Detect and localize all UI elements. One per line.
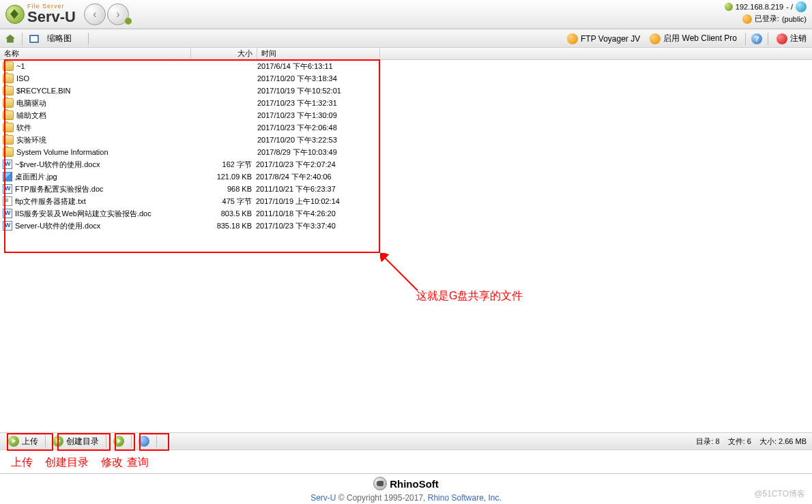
login-label: 已登录: — [755, 14, 779, 24]
bottom-annotation-labels: 上传 创建目录 修改 查询 — [11, 456, 149, 470]
label-modify: 修改 — [101, 456, 123, 470]
ftp-voyager-label: FTP Voyager JV — [581, 34, 640, 44]
home-icon — [5, 35, 15, 43]
svg-line-1 — [383, 256, 418, 291]
annotation-box-create — [57, 433, 111, 451]
home-button[interactable] — [3, 32, 18, 46]
web-client-button[interactable]: 启用 Web Client Pro — [647, 31, 740, 46]
globe-icon[interactable] — [796, 1, 807, 12]
rhino-link[interactable]: Rhino Software, Inc. — [428, 493, 502, 503]
voyager-icon — [567, 33, 578, 44]
logout-button[interactable]: 注销 — [774, 31, 809, 46]
web-client-icon — [650, 33, 661, 44]
annotation-box-search — [139, 433, 169, 451]
thumbnail-icon — [29, 35, 39, 43]
thumbnail-label: 缩略图 — [47, 33, 72, 44]
status-dirs-label: 目录: — [696, 437, 713, 445]
status-files-value: 6 — [747, 437, 751, 445]
toolbar: 缩略图 FTP Voyager JV 启用 Web Client Pro ? 注… — [0, 30, 812, 48]
status-dirs-value: 8 — [716, 437, 720, 445]
status-size-label: 大小: — [759, 437, 777, 445]
copyright-text: © Copyright 1995-2017, — [336, 493, 428, 503]
ftp-voyager-button[interactable]: FTP Voyager JV — [564, 32, 643, 46]
watermark: @51CTO博客 — [754, 488, 805, 500]
annotation-box-upload — [7, 433, 53, 451]
col-time-header[interactable]: 时间 — [257, 48, 380, 59]
user-icon — [742, 14, 752, 24]
rhino-brand-text: RhinoSoft — [390, 478, 439, 490]
nav-forward-button[interactable]: › — [107, 3, 129, 25]
footer: RhinoSoft Serv-U © Copyright 1995-2017, … — [0, 474, 812, 504]
label-upload: 上传 — [11, 456, 33, 470]
col-size-header[interactable]: 大小 — [191, 48, 257, 59]
server-ip-suffix: - / — [786, 3, 793, 11]
logout-label: 注销 — [790, 33, 807, 44]
status-bar: 目录: 8 文件: 6 大小: 2.66 MB — [696, 436, 807, 447]
connection-status-icon — [725, 3, 733, 11]
annotation-text: 这就是G盘共享的文件 — [416, 289, 523, 303]
column-headers: 名称 大小 时间 — [0, 48, 812, 60]
label-create: 创建目录 — [45, 456, 89, 470]
label-query: 查询 — [127, 456, 149, 470]
logo-area: File Server Serv-U — [5, 3, 76, 25]
status-size-value: 2.66 MB — [779, 437, 807, 445]
rhino-icon — [373, 477, 387, 490]
login-user: (public) — [782, 15, 807, 23]
nav-back-button[interactable]: ‹ — [84, 3, 106, 25]
logo-big-text: Serv-U — [27, 10, 76, 25]
server-ip: 192.168.8.219 — [736, 3, 783, 11]
web-client-label: 启用 Web Client Pro — [663, 33, 737, 44]
top-header: File Server Serv-U ‹ › 192.168.8.219 - /… — [0, 0, 812, 29]
logout-icon — [777, 33, 787, 44]
servu-logo-icon — [5, 5, 25, 24]
servu-link[interactable]: Serv-U — [310, 493, 336, 503]
help-button[interactable]: ? — [751, 33, 762, 44]
annotation-arrow — [380, 253, 421, 294]
annotation-box-modify — [115, 433, 135, 451]
status-files-label: 文件: — [728, 437, 745, 445]
rhino-logo: RhinoSoft — [0, 477, 812, 490]
col-name-header[interactable]: 名称 — [0, 48, 191, 59]
thumbnail-button[interactable] — [27, 32, 42, 46]
annotation-box-files — [4, 59, 380, 253]
